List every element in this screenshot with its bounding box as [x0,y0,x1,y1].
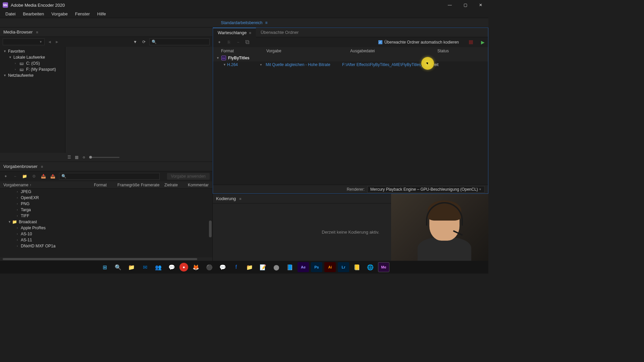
tree-local-drives[interactable]: ▼Lokale Laufwerke [0,54,65,60]
task-whatsapp-icon[interactable]: 💬 [166,262,177,272]
preset-dnxhd[interactable]: ›DNxHD MXF OP1a [0,243,212,249]
tree-drive-f[interactable]: ›🖴F: (My Passport) [0,66,65,72]
col-format[interactable]: Format [94,183,117,187]
col-framesize[interactable]: Framegröße [117,183,141,187]
encoding-title: Kodierung [216,196,236,201]
task-mail-icon[interactable]: ✉ [139,262,151,272]
media-search-input[interactable]: 🔍 [149,39,210,45]
tab-queue[interactable]: Warteschlange ≡ [213,28,256,37]
tab-watch-folders[interactable]: Überwachte Ordner [256,28,303,37]
stop-queue-button[interactable] [469,40,473,44]
new-group-icon[interactable]: 📁 [21,173,28,179]
task-app-icon[interactable]: ● [179,263,188,272]
col-output[interactable]: Ausgabedatei [350,49,437,53]
refresh-icon[interactable]: ⟳ [141,39,147,45]
workspace-menu-icon[interactable]: ≡ [265,20,268,25]
task-aftereffects-icon[interactable]: Ae [298,262,309,272]
preset-tiff[interactable]: ›TIFF [0,213,212,219]
panel-menu-icon[interactable]: ≡ [239,197,241,201]
col-name[interactable]: Vorgabename [3,183,29,187]
duplicate-icon[interactable]: ⿻ [245,39,251,45]
output-format-dropdown[interactable]: H.264▼ [227,62,266,67]
menu-window[interactable]: Fenster [72,10,93,17]
renderer-dropdown[interactable]: Mercury Playback Engine – GPU-Beschleuni… [367,186,485,193]
auto-encode-checkbox[interactable]: ✓ Überwachte Ordner automatisch kodieren [378,40,459,45]
preset-browser-panel: Vorgabenbrowser ≡ + − 📁 ⚙ 📥 📤 🔍 Vorgabe … [0,162,212,261]
task-lightroom-icon[interactable]: Lr [338,262,349,272]
col-targetrate[interactable]: Zielrate [164,183,188,187]
queue-output-row[interactable]: ▼ H.264▼ Mit Quelle abgleichen - Hohe Bi… [213,61,488,68]
export-icon[interactable]: 📤 [50,173,56,179]
menu-help[interactable]: Hilfe [94,10,109,17]
filter-icon[interactable]: ▼ [132,39,139,45]
add-output-icon[interactable]: ⎘ [226,39,232,45]
task-explorer-icon[interactable]: 📁 [126,262,137,272]
task-teams-icon[interactable]: 👥 [153,262,164,272]
queue-composition-row[interactable]: ▼ Ae FlyByTitles [213,55,488,61]
preset-broadcast[interactable]: ▼📁Broadcast [0,219,212,225]
task-messenger-icon[interactable]: 💬 [217,262,228,272]
task-search-icon[interactable]: 🔍 [112,262,124,272]
drive-icon: 🖴 [19,61,25,66]
task-firefox-icon[interactable]: 🦊 [190,262,202,272]
workspace-bar: Standardarbeitsbereich ≡ [0,18,488,27]
col-preset[interactable]: Vorgabe [266,49,350,53]
import-icon[interactable]: 📥 [40,173,46,179]
task-editor-icon[interactable]: 📘 [284,262,296,272]
col-format[interactable]: Format [221,49,266,53]
col-status[interactable]: Status [437,49,449,53]
preset-as11[interactable]: ›AS-11 [0,237,212,243]
output-file-link[interactable]: F:\After Effects\FlyByTitles_AME\FlyByTi… [342,62,428,67]
tree-favorites[interactable]: ▼Favoriten [0,48,65,54]
task-notes-icon[interactable]: 📝 [257,262,269,272]
thumb-view-icon[interactable]: ▦ [74,155,79,160]
col-framerate[interactable]: Framerate [141,183,164,187]
tree-drive-c[interactable]: ›🖴C: (OS) [0,60,65,66]
task-facebook-icon[interactable]: f [230,262,242,272]
media-browser-title: Media-Browser [3,29,33,35]
remove-icon[interactable]: − [235,39,241,45]
col-comment[interactable]: Kommentar [188,183,209,187]
preset-jpeg[interactable]: ›JPEG [0,189,212,195]
output-preset-dropdown[interactable]: Mit Quelle abgleichen - Hohe Bitrate [266,62,342,67]
list-view-icon[interactable]: ☰ [66,155,72,160]
preset-as10[interactable]: ›AS-10 [0,231,212,237]
menu-preset[interactable]: Vorgabe [48,10,71,17]
preset-openexr[interactable]: ›OpenEXR [0,195,212,201]
preset-scrollbar-v[interactable] [209,189,212,257]
menu-file[interactable]: Datei [2,10,19,17]
panel-menu-icon[interactable]: ≡ [249,31,251,35]
task-mediaencoder-icon[interactable]: Me [378,262,389,272]
tree-network[interactable]: ▼Netzlaufwerke [0,72,65,78]
minimize-button[interactable]: — [445,2,455,8]
task-illustrator-icon[interactable]: Ai [324,262,336,272]
workspace-label[interactable]: Standardarbeitsbereich [221,20,262,25]
add-source-icon[interactable]: + [216,39,222,45]
task-edge-icon[interactable]: 🌐 [365,262,376,272]
preset-png[interactable]: ›PNG [0,201,212,207]
add-preset-icon[interactable]: + [3,173,9,179]
task-files-icon[interactable]: 📁 [244,262,255,272]
nav-forward-icon[interactable]: ► [54,39,60,45]
panel-menu-icon[interactable]: ≡ [36,30,38,34]
task-start-icon[interactable]: ⊞ [99,262,110,272]
preset-search-input[interactable]: 🔍 [59,173,160,180]
panel-menu-icon[interactable]: ≡ [41,165,43,169]
preset-prores[interactable]: ›Apple ProRes [0,225,212,231]
maximize-button[interactable]: ▢ [460,2,470,8]
task-app-icon[interactable]: ⚫ [204,262,215,272]
task-photoshop-icon[interactable]: Ps [311,262,322,272]
close-button[interactable]: ✕ [476,2,486,8]
settings-icon[interactable]: ⚙ [31,173,37,179]
zoom-slider[interactable] [89,157,119,158]
start-queue-button[interactable]: ▶ [481,40,485,45]
nav-back-icon[interactable]: ◄ [47,39,53,45]
task-app-icon[interactable]: 📒 [351,262,363,272]
zoom-min-icon[interactable]: ○ [81,155,87,160]
remove-preset-icon[interactable]: − [12,173,18,179]
path-dropdown[interactable]: ▼ [3,39,45,45]
preset-targa[interactable]: ›Targa [0,207,212,213]
task-obs-icon[interactable]: ⬤ [271,262,282,272]
menu-edit[interactable]: Bearbeiten [19,10,47,17]
preset-scrollbar-h[interactable] [0,257,212,261]
